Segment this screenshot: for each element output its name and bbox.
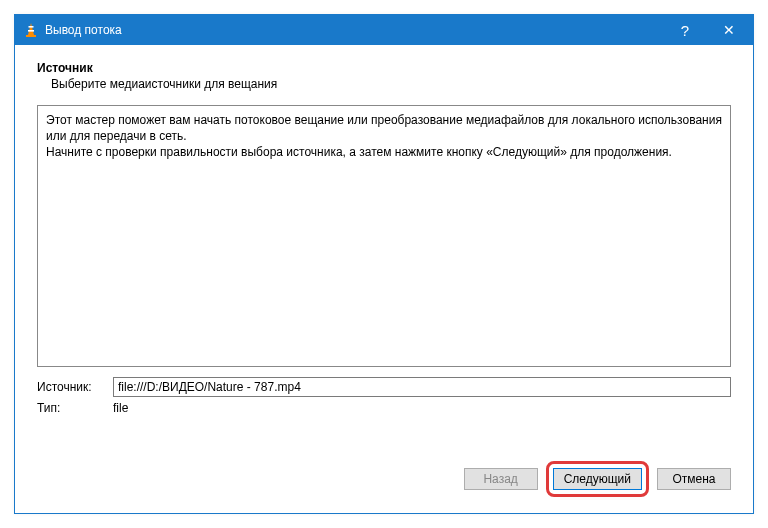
svg-rect-2 <box>28 30 34 32</box>
titlebar: Вывод потока ? ✕ <box>15 15 753 45</box>
close-button[interactable]: ✕ <box>707 15 751 45</box>
type-row: Тип: file <box>37 401 731 415</box>
section-heading: Источник <box>37 61 731 75</box>
button-row: Назад Следующий Отмена <box>15 455 753 513</box>
source-row: Источник: <box>37 377 731 397</box>
wizard-text-line1: Этот мастер поможет вам начать потоковое… <box>46 112 722 144</box>
cancel-button[interactable]: Отмена <box>657 468 731 490</box>
source-label: Источник: <box>37 380 113 394</box>
help-button[interactable]: ? <box>663 15 707 45</box>
next-button[interactable]: Следующий <box>553 468 642 490</box>
stream-output-dialog: Вывод потока ? ✕ Источник Выберите медиа… <box>14 14 754 514</box>
svg-marker-0 <box>28 23 34 35</box>
window-title: Вывод потока <box>45 23 663 37</box>
source-input[interactable] <box>113 377 731 397</box>
content-area: Источник Выберите медиаисточники для вещ… <box>15 45 753 455</box>
back-button: Назад <box>464 468 538 490</box>
type-label: Тип: <box>37 401 113 415</box>
section-subheading: Выберите медиаисточники для вещания <box>51 77 731 91</box>
wizard-description-box: Этот мастер поможет вам начать потоковое… <box>37 105 731 367</box>
svg-rect-1 <box>29 26 34 28</box>
highlight-ring: Следующий <box>546 461 649 497</box>
svg-rect-3 <box>26 35 36 37</box>
type-value: file <box>113 401 128 415</box>
wizard-text-line2: Начните с проверки правильности выбора и… <box>46 144 722 160</box>
vlc-cone-icon <box>23 22 39 38</box>
